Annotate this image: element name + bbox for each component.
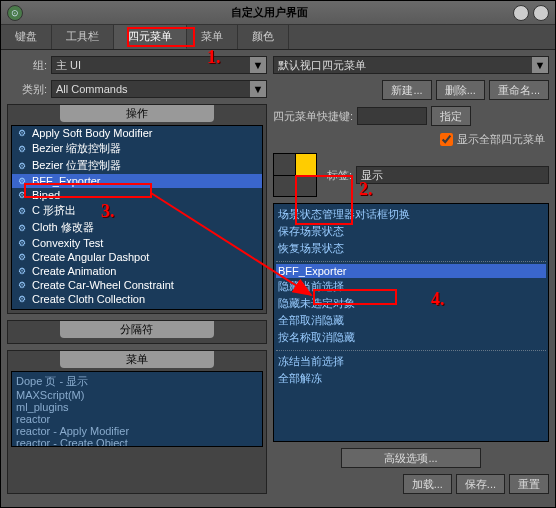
annotation-1: 1. bbox=[207, 47, 221, 68]
annotation-4: 4. bbox=[431, 289, 445, 310]
svg-line-0 bbox=[151, 193, 311, 295]
annotation-3: 3. bbox=[101, 201, 115, 222]
customize-ui-window: 1. 3. 2. 4. ⊙ 自定义用户界面 键盘 工具栏 四元菜单 菜单 颜色 … bbox=[0, 0, 556, 508]
annotation-2: 2. bbox=[359, 179, 373, 200]
